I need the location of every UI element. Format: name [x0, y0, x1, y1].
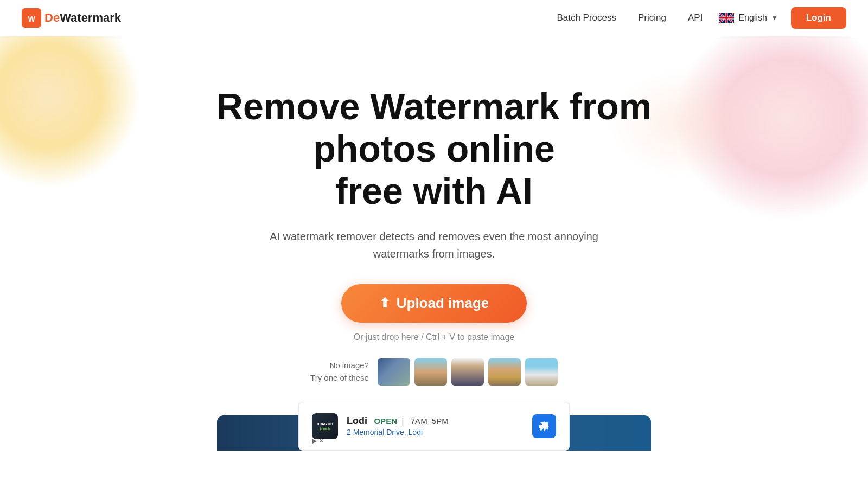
upload-button[interactable]: ⬆ Upload image [341, 284, 527, 323]
hero-section: Remove Watermark from photos online free… [0, 36, 868, 451]
ad-info: Lodi OPEN | 7AM–5PM 2 Memorial Drive, Lo… [347, 415, 524, 436]
sample-section: No image? Try one of these [310, 358, 558, 386]
ad-close-icon[interactable]: ✕ [319, 437, 324, 445]
svg-text:W: W [28, 15, 35, 23]
sample-thumb-4[interactable] [488, 358, 521, 386]
ad-banner: amazon fresh Lodi OPEN | 7AM–5PM 2 Memor… [298, 402, 570, 451]
login-button[interactable]: Login [791, 7, 846, 29]
header: W DeWatermark Batch Process Pricing API … [0, 0, 868, 36]
logo-icon: W [22, 8, 41, 28]
sample-thumb-3[interactable] [451, 358, 484, 386]
language-selector[interactable]: English ▼ [719, 13, 777, 23]
nav-batch-process[interactable]: Batch Process [557, 12, 616, 23]
chevron-down-icon: ▼ [771, 14, 778, 22]
ad-status: OPEN [374, 416, 397, 426]
language-label: English [738, 13, 767, 23]
hero-subtitle: AI watermark remover detects and removes… [244, 228, 624, 262]
sample-thumb-1[interactable] [378, 358, 410, 386]
sample-thumb-5[interactable] [525, 358, 558, 386]
ad-separator: | [401, 416, 404, 426]
sample-images [378, 358, 558, 386]
nav-api[interactable]: API [688, 12, 703, 23]
logo[interactable]: W DeWatermark [22, 8, 121, 28]
logo-text: DeWatermark [44, 11, 121, 25]
hero-title: Remove Watermark from photos online free… [163, 85, 705, 213]
ad-address: 2 Memorial Drive, Lodi [347, 428, 524, 436]
drop-hint: Or just drop here / Ctrl + V to paste im… [354, 332, 515, 342]
ad-navigation-icon[interactable] [532, 414, 556, 438]
ad-controls: ▶ ✕ [312, 437, 324, 445]
hero-content: Remove Watermark from photos online free… [0, 85, 868, 451]
ad-expand-icon[interactable]: ▶ [312, 437, 317, 445]
ad-logo-icon: amazon fresh [312, 413, 338, 439]
sample-label: No image? Try one of these [310, 359, 369, 384]
flag-icon [719, 13, 734, 23]
ad-hours: 7AM–5PM [411, 416, 449, 426]
navigation-arrow-icon [538, 420, 551, 433]
sample-thumb-2[interactable] [414, 358, 447, 386]
nav-pricing[interactable]: Pricing [638, 12, 666, 23]
nav: Batch Process Pricing API [557, 12, 703, 23]
ad-business-name: Lodi [347, 415, 367, 426]
upload-icon: ⬆ [379, 296, 390, 311]
